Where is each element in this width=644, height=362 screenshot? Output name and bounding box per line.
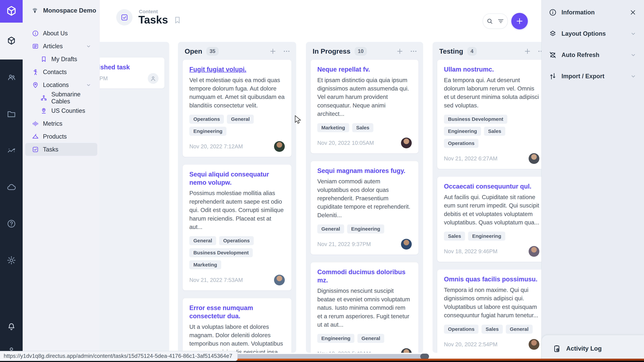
nav-list: About UsArticlesMy DraftsContactsLocatio…: [23, 27, 100, 156]
sidebar-item-submarine-cables[interactable]: Submarine Cables: [25, 91, 97, 104]
sidebar-item-articles[interactable]: Articles: [25, 40, 97, 53]
hanger-icon: [32, 133, 39, 140]
filter-icon[interactable]: [497, 17, 504, 25]
task-card[interactable]: Error esse numquam consectetur dua.Ut a …: [183, 298, 292, 353]
chevron-down-icon[interactable]: [86, 43, 92, 49]
directus-logo[interactable]: [0, 0, 23, 23]
task-card[interactable]: Occaecati consequuntur qul.Aut facilis q…: [437, 177, 541, 262]
project-header[interactable]: Monospace Demo: [31, 7, 96, 14]
insights-module-icon[interactable]: [0, 143, 23, 158]
task-card[interactable]: Commodi ducimus doloribus mz.Dignissimos…: [310, 262, 418, 353]
files-module-icon[interactable]: [0, 107, 23, 122]
tag-chip: Engineering: [468, 232, 505, 241]
activity-log-button[interactable]: Activity Log: [542, 335, 644, 362]
sidebar-section-label: Layout Options: [562, 30, 606, 37]
column-menu-icon[interactable]: [283, 47, 290, 55]
card-tags: MarketingSales: [317, 123, 412, 132]
sidebar-item-my-drafts[interactable]: My Drafts: [25, 53, 97, 65]
breadcrumb[interactable]: Content: [139, 9, 158, 14]
card-title[interactable]: Sequi magnam maiores fugy.: [317, 167, 412, 175]
tag-chip: Sales: [444, 232, 465, 241]
sidebar-item-about-us[interactable]: About Us: [25, 27, 97, 40]
notifications-bell-icon[interactable]: [0, 319, 23, 334]
sidebar-item-label: Submarine Cables: [51, 91, 97, 105]
tag-chip: Sales: [484, 127, 505, 136]
card-tags: Business DevelopmentEngineeringSalesOper…: [444, 115, 539, 148]
card-title[interactable]: Ullam nostrumc.: [444, 65, 539, 73]
card-description: Veniam commodi autem voluptatibus eos do…: [317, 177, 412, 219]
card-title[interactable]: ished task: [100, 63, 158, 71]
settings-gear-icon[interactable]: [0, 253, 23, 268]
cloud-module-icon[interactable]: [0, 180, 23, 195]
tag-chip: Marketing: [317, 123, 349, 132]
card-title[interactable]: Neque repellat fv.: [317, 65, 412, 73]
sidebar-section-label: Auto Refresh: [562, 51, 600, 58]
users-module-icon[interactable]: [0, 70, 23, 85]
assignee-avatar: [274, 275, 285, 285]
search-icon[interactable]: [486, 17, 493, 25]
chevron-down-icon[interactable]: [630, 52, 636, 58]
info-icon: [549, 8, 557, 16]
tag-chip: Business Development: [444, 115, 507, 124]
sidebar-item-us-counties[interactable]: US Counties: [25, 104, 97, 117]
import-export-icon: [549, 72, 557, 80]
article-icon: [32, 43, 39, 50]
tag-chip: Engineering: [347, 224, 384, 233]
column-count-badge: 10: [354, 47, 367, 56]
task-card[interactable]: Sequi aliquid consequatur nemo volupw.Po…: [183, 165, 292, 291]
module-content-active[interactable]: [0, 23, 23, 59]
task-card[interactable]: Ullam nostrumc.Ea tempora qui. Aut deser…: [437, 60, 541, 169]
sidebar-item-products[interactable]: Products: [25, 130, 97, 143]
tag-chip: Engineering: [444, 127, 481, 136]
card-title[interactable]: Sequi aliquid consequatur nemo volupw.: [189, 170, 285, 187]
task-card[interactable]: Neque repellat fv.Et ipsam distinctio qu…: [310, 60, 418, 153]
sidebar-item-label: Articles: [43, 43, 63, 50]
sidebar-section-import-export[interactable]: Import / Export: [542, 65, 644, 87]
chevron-down-icon[interactable]: [630, 73, 636, 80]
close-icon[interactable]: [629, 9, 636, 16]
card-date: Nov 21, 2022 9:37PM: [317, 241, 371, 247]
task-card[interactable]: Fugit fugiat volupi.Vel et molestiae qui…: [183, 60, 292, 157]
sidebar-section-layout-options[interactable]: Layout Options: [542, 23, 644, 44]
sidebar-section-auto-refresh[interactable]: Auto Refresh: [542, 44, 644, 65]
main-content: Content Tasks ished task PM: [100, 0, 541, 362]
card-title[interactable]: Commodi ducimus doloribus mz.: [317, 268, 412, 284]
sidebar-item-label: Tasks: [43, 146, 58, 153]
task-card[interactable]: Sequi magnam maiores fugy.Veniam commodi…: [310, 161, 418, 255]
card-title[interactable]: Error esse numquam consectetur dua.: [189, 304, 285, 320]
card-title[interactable]: Omnis quas facilis possimusu.: [444, 275, 539, 283]
page-title: Tasks: [138, 14, 168, 25]
help-module-icon[interactable]: [0, 216, 23, 231]
search-filter-pill[interactable]: [483, 13, 508, 29]
card-date: Nov 21, 2022 7:53AM: [189, 277, 243, 283]
sidebar-item-label: US Counties: [51, 107, 85, 114]
sidebar-section-information[interactable]: Information: [542, 2, 644, 23]
chevron-down-icon[interactable]: [86, 82, 92, 88]
card-title[interactable]: Occaecati consequuntur qul.: [444, 182, 539, 191]
horizontal-scrollbar-thumb-end[interactable]: [420, 354, 429, 359]
sidebar-item-metrics[interactable]: Metrics: [25, 117, 97, 130]
add-item-button[interactable]: [511, 13, 528, 29]
task-card[interactable]: ished task PM: [100, 57, 164, 88]
add-card-icon[interactable]: [524, 47, 531, 55]
add-card-icon[interactable]: [269, 47, 277, 55]
bookmark-icon[interactable]: [173, 16, 182, 25]
column-menu-icon[interactable]: [410, 47, 418, 55]
sidebar-item-tasks[interactable]: Tasks: [25, 143, 97, 156]
add-card-icon[interactable]: [396, 47, 404, 55]
tag-chip: General: [358, 334, 384, 343]
card-date: Nov 20, 2022 7:12AM: [189, 143, 243, 150]
sidebar-item-label: Metrics: [43, 120, 62, 127]
sidebar-item-contacts[interactable]: Contacts: [25, 65, 97, 78]
tag-chip: General: [189, 236, 216, 245]
equalizer-icon: [32, 120, 39, 127]
info-icon: [32, 30, 39, 37]
card-title[interactable]: Fugit fugiat volupi.: [189, 65, 285, 73]
person-icon: [32, 68, 39, 76]
chevron-down-icon[interactable]: [630, 30, 636, 37]
column-menu-icon[interactable]: [537, 47, 541, 55]
task-card[interactable]: Omnis quas facilis possimusu.Tempora id …: [437, 270, 541, 353]
layers-icon: [549, 30, 557, 38]
sidebar-item-locations[interactable]: Locations: [25, 78, 97, 91]
collection-checkbox-icon[interactable]: [116, 9, 132, 25]
